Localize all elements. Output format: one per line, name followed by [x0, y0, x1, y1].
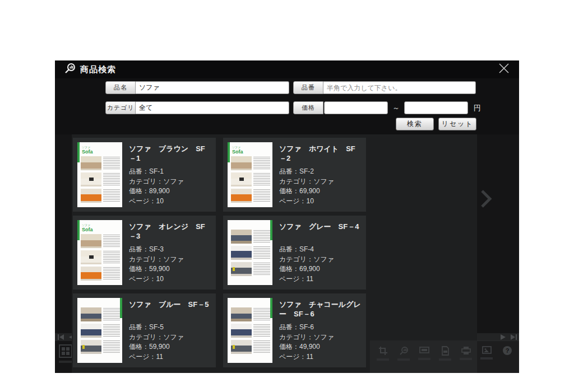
sofa-photo: [231, 324, 252, 338]
product-details: 品番：SF-4 カテゴリ：ソファ 価格：69,900 ページ：11: [279, 245, 334, 284]
catalog-page-thumbnail: ソファSofa: [77, 142, 122, 207]
product-page: ページ：10: [129, 274, 184, 284]
save-image-icon: [482, 346, 492, 354]
price-max-input[interactable]: [404, 101, 468, 114]
thumbnail-grid-button[interactable]: [59, 344, 72, 358]
catalog-text-lines: [103, 324, 120, 338]
skip-last-button[interactable]: [510, 334, 517, 340]
sofa-photo: [81, 189, 101, 203]
catalog-text-lines: [253, 340, 270, 354]
product-details: 品番：SF-2 カテゴリ：ソファ 価格：69,900 ページ：10: [279, 167, 334, 206]
product-category: カテゴリ：ソファ: [129, 255, 184, 265]
save-image-button[interactable]: [478, 346, 495, 373]
price-min-input[interactable]: [324, 101, 388, 114]
green-accent-bar: [270, 220, 272, 240]
close-icon: [498, 62, 510, 77]
product-card-sf6[interactable]: ソファ チャコールグレー SF－6 品番：SF-6 カテゴリ：ソファ 価格：49…: [223, 293, 366, 367]
dialog-header: 商品検索: [55, 60, 519, 78]
sofa-photo: [81, 307, 101, 321]
crop-icon: [378, 346, 388, 356]
results-next-page-button[interactable]: [479, 188, 498, 212]
pdf-button[interactable]: [437, 346, 453, 373]
product-price: 価格：89,900: [129, 186, 184, 197]
code-input[interactable]: [323, 81, 476, 94]
sofa-photo: [81, 340, 101, 354]
name-input[interactable]: [136, 81, 289, 94]
green-accent-bar: [77, 142, 80, 162]
product-category: カテゴリ：ソファ: [279, 177, 334, 187]
catalog-text-lines: [253, 324, 270, 338]
close-button[interactable]: [497, 62, 511, 77]
product-category: カテゴリ：ソファ: [279, 255, 334, 265]
product-search-title-icon: [64, 63, 76, 76]
product-page: ページ：11: [279, 352, 334, 362]
screen-view-button[interactable]: [416, 346, 433, 373]
thumbnail-grid-icon: [66, 347, 70, 351]
product-category: カテゴリ：ソファ: [129, 333, 184, 343]
green-accent-bar: [120, 298, 122, 318]
green-accent-bar: [228, 142, 230, 162]
catalog-text-lines: [253, 308, 270, 321]
green-accent-bar: [270, 298, 272, 318]
skip-first-button[interactable]: [57, 334, 64, 340]
thumbnail-grid-label: [59, 361, 72, 363]
product-card-sf2[interactable]: ソファSofa ソファ ホワイト SF－2 品番：SF-2 カテゴリ：ソファ 価…: [223, 138, 366, 212]
reset-button[interactable]: リセット: [438, 118, 476, 130]
price-field-label: 価格: [293, 101, 323, 114]
product-card-sf1[interactable]: ソファSofa ソファ ブラウン SF－1 品番：SF-1 カテゴリ：ソファ 価…: [73, 138, 216, 212]
catalog-text-lines: [103, 235, 120, 248]
crop-button[interactable]: [374, 346, 391, 373]
sofa-photo: [231, 156, 252, 170]
product-title: ソファ ホワイト SF－2: [279, 144, 362, 163]
product-search-label: [397, 358, 410, 361]
price-unit: 円: [474, 103, 481, 113]
sofa-photo: [81, 250, 101, 264]
name-field-label: 品名: [105, 81, 136, 94]
sofa-photo: [231, 307, 252, 321]
next-page-nav-button[interactable]: [499, 334, 507, 340]
sofa-photo: [81, 234, 101, 248]
help-button[interactable]: ?: [499, 346, 516, 373]
search-form: 品名 品番 カテゴリ 価格 ～ 円 検索 リセット: [55, 78, 519, 134]
product-category: カテゴリ：ソファ: [279, 333, 334, 343]
product-card-sf5[interactable]: ソファ ブルー SF－5 品番：SF-5 カテゴリ：ソファ 価格：59,900 …: [73, 293, 216, 367]
sofa-photo: [81, 324, 101, 338]
catalog-text-lines: [103, 173, 120, 186]
product-search-icon: [399, 346, 409, 356]
next-page-icon: [500, 334, 506, 340]
product-code: 品番：SF-6: [279, 323, 334, 333]
product-price: 価格：59,900: [129, 264, 184, 274]
sofa-photo: [231, 189, 252, 203]
catalog-text-lines: [103, 340, 120, 354]
product-price: 価格：69,900: [279, 186, 334, 197]
category-field-label: カテゴリ: [105, 101, 136, 114]
catalog-page-thumbnail: [228, 220, 272, 285]
category-select[interactable]: [136, 101, 289, 114]
help-icon: ?: [503, 346, 512, 355]
thumbnail-grid-icon: [66, 352, 70, 355]
sofa-photo: [231, 246, 252, 260]
sofa-photo: [231, 172, 252, 186]
product-card-sf3[interactable]: ソファSofa ソファ オレンジ SF－3 品番：SF-3 カテゴリ：ソファ 価…: [73, 216, 216, 290]
product-page: ページ：11: [279, 274, 334, 284]
sofa-photo: [81, 172, 101, 186]
thumb-tag-en: Sofa: [82, 227, 120, 233]
catalog-text-lines: [253, 246, 270, 260]
product-details: 品番：SF-5 カテゴリ：ソファ 価格：59,900 ページ：11: [129, 323, 184, 362]
product-card-sf4[interactable]: ソファ グレー SF－4 品番：SF-4 カテゴリ：ソファ 価格：69,900 …: [223, 216, 366, 290]
catalog-text-lines: [253, 230, 270, 244]
product-details: 品番：SF-1 カテゴリ：ソファ 価格：89,900 ページ：10: [129, 167, 184, 206]
chevron-right-icon: [479, 189, 493, 211]
price-range-separator: ～: [392, 103, 400, 113]
catalog-text-lines: [103, 308, 120, 321]
print-button[interactable]: [457, 346, 474, 373]
search-button[interactable]: 検索: [396, 118, 434, 130]
product-category: カテゴリ：ソファ: [129, 177, 184, 187]
sofa-photo: [231, 262, 252, 276]
catalog-text-lines: [103, 267, 120, 281]
catalog-text-lines: [103, 157, 120, 170]
catalog-page-thumbnail: ソファSofa: [77, 220, 122, 285]
product-search-button[interactable]: [395, 346, 412, 373]
print-label: [460, 358, 472, 360]
thumbnail-grid-icon: [62, 352, 65, 355]
